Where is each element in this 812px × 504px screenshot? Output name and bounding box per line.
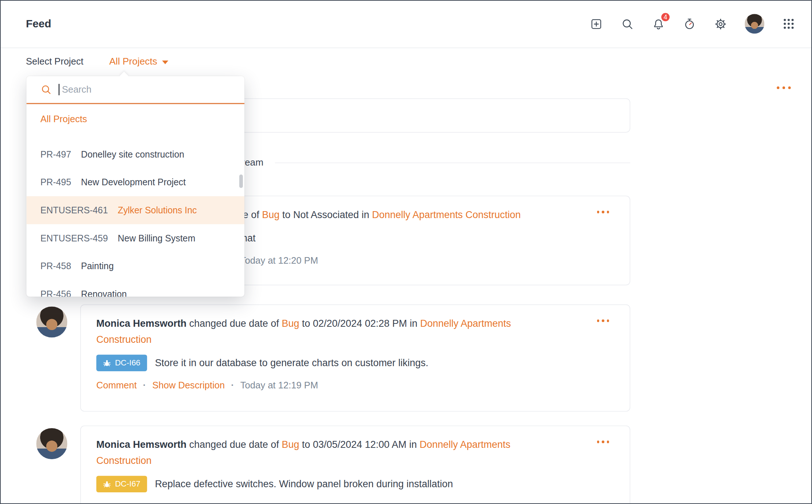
feed-entry-card: Monica Hemsworth changed due date of Bug… (80, 305, 630, 412)
dropdown-item[interactable]: PR-458 Painting (26, 252, 244, 280)
project-selector[interactable]: All Projects (109, 56, 168, 67)
top-bar-actions: 4 (589, 14, 796, 34)
chevron-down-icon (162, 61, 168, 64)
ellipsis-icon (597, 211, 599, 213)
show-description-link[interactable]: Show Description (152, 380, 225, 391)
feed-entry-card: Monica Hemsworth changed due date of Bug… (80, 426, 630, 504)
dropdown-item[interactable]: ENTUSERS-459 New Billing System (26, 224, 244, 252)
entry-item-link[interactable]: Bug (262, 209, 279, 220)
project-code: PR-495 (40, 177, 71, 188)
bug-title: Replace defective switches. Window panel… (155, 478, 453, 490)
bug-id: DC-I67 (115, 480, 140, 489)
entry-item-link[interactable]: Bug (282, 439, 299, 450)
entry-footer: Comment · Show Description · Today at 12… (96, 380, 614, 391)
bug-id-badge[interactable]: DC-I66 (96, 354, 147, 371)
user-avatar[interactable] (745, 14, 764, 34)
entry-more-menu[interactable] (597, 319, 609, 322)
text-cursor (58, 84, 59, 95)
entry-time: Today at 12:20 PM (240, 255, 318, 266)
bug-title: Store it in our database to generate cha… (155, 357, 429, 369)
comment-link[interactable]: Comment (96, 380, 137, 391)
project-code: ENTUSERS-461 (40, 205, 108, 216)
search-icon (620, 18, 633, 30)
entry-more-menu[interactable] (597, 441, 609, 443)
apps-button[interactable] (782, 17, 796, 31)
entry-avatar (36, 428, 67, 459)
entry-actor: Monica Hemsworth (96, 318, 186, 329)
dropdown-project-list: PR-497 Donelley site construction PR-495… (26, 140, 244, 297)
dropdown-search-row[interactable] (26, 76, 244, 104)
settings-button[interactable] (714, 17, 727, 31)
notification-badge: 4 (660, 12, 670, 22)
project-code: PR-458 (40, 261, 71, 272)
dropdown-item[interactable]: PR-497 Donelley site construction (26, 140, 244, 168)
entry-action: to 02/20/2024 02:28 PM in (299, 318, 420, 329)
project-name: Zylker Solutions Inc (118, 205, 197, 216)
project-code: PR-456 (40, 288, 71, 296)
entry-avatar (36, 306, 67, 337)
bug-id-badge[interactable]: DC-I67 (96, 476, 147, 492)
ellipsis-icon (777, 86, 779, 89)
dot-separator: · (231, 380, 234, 391)
entry-time: Today at 12:19 PM (240, 380, 318, 391)
entry-action: changed due date of (186, 439, 282, 450)
divider (275, 162, 630, 163)
entry-tag-row: DC-I66 Store it in our database to gener… (96, 354, 614, 371)
project-dropdown: All Projects PR-497 Donelley site constr… (26, 76, 244, 297)
project-search-input[interactable] (61, 84, 234, 96)
entry-action: to Not Associated in (279, 209, 372, 220)
project-name: Painting (81, 261, 114, 272)
entry-actor: Monica Hemsworth (96, 439, 186, 450)
bug-icon (103, 359, 111, 367)
add-button[interactable] (589, 17, 603, 31)
ellipsis-icon (597, 441, 599, 443)
search-icon (40, 84, 52, 95)
timer-icon (683, 18, 696, 30)
page-title: Feed (26, 18, 51, 30)
entry-action: to 03/05/2024 12:00 AM in (299, 439, 419, 450)
entry-project-link[interactable]: Donnelly Apartments Construction (372, 209, 521, 220)
dropdown-item-all-projects[interactable]: All Projects (26, 106, 244, 132)
search-button[interactable] (620, 17, 634, 31)
dropdown-item[interactable]: PR-495 New Development Project (26, 168, 244, 196)
notifications-button[interactable]: 4 (651, 17, 665, 31)
project-name: New Development Project (81, 177, 186, 188)
stream-section: Stream (232, 157, 630, 168)
selected-project: All Projects (109, 56, 157, 67)
bug-icon (103, 480, 111, 488)
feed-page: Feed 4 (0, 0, 812, 504)
dropdown-item-partial[interactable]: PR-456 Renovation (26, 280, 244, 296)
entry-sentence: Monica Hemsworth changed due date of Bug… (96, 437, 548, 469)
gear-icon (714, 18, 727, 30)
entry-action: changed due date of (186, 318, 282, 329)
dropdown-scrollbar[interactable] (239, 174, 243, 188)
entry-item-link[interactable]: Bug (282, 318, 299, 329)
entry-more-menu[interactable] (597, 211, 609, 213)
apps-grid-icon (782, 18, 795, 30)
entry-tag-row: DC-I67 Replace defective switches. Windo… (96, 476, 614, 492)
project-name: Donelley site construction (81, 149, 184, 160)
top-bar: Feed 4 (0, 0, 812, 48)
timer-button[interactable] (683, 17, 696, 31)
dropdown-item-highlighted[interactable]: ENTUSERS-461 Zylker Solutions Inc (26, 196, 244, 224)
ellipsis-icon (597, 319, 599, 322)
select-project-label: Select Project (26, 57, 84, 67)
entry-sentence: Monica Hemsworth changed due date of Bug… (96, 315, 548, 348)
bug-id: DC-I66 (115, 358, 140, 368)
project-name: Renovation (81, 288, 127, 296)
project-name: New Billing System (118, 233, 196, 244)
feed-more-menu[interactable] (777, 86, 790, 89)
project-code: ENTUSERS-459 (40, 233, 108, 244)
project-code: PR-497 (40, 149, 71, 160)
dot-separator: · (143, 380, 146, 391)
add-icon (589, 18, 602, 30)
